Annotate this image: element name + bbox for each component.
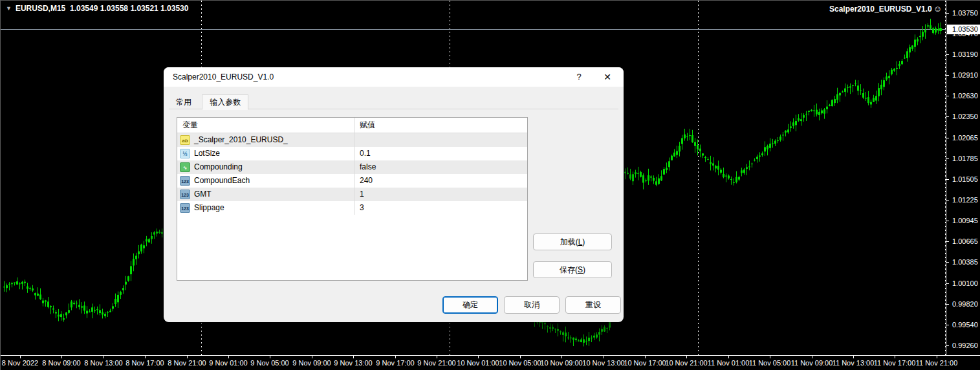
price-tick xyxy=(946,158,949,159)
parameter-row[interactable]: 123Slippage3 xyxy=(177,201,527,215)
time-axis-label: 11 Nov 01:00 xyxy=(708,359,750,367)
parameter-value[interactable]: 1 xyxy=(360,188,364,201)
bool-type-icon: ∿ xyxy=(180,162,190,172)
time-tick xyxy=(812,356,812,358)
time-tick xyxy=(561,356,562,358)
parameter-row[interactable]: ∿Compoundingfalse xyxy=(177,160,527,174)
parameter-name: GMT xyxy=(194,188,212,201)
last-price-marker xyxy=(939,28,942,31)
price-tick xyxy=(946,200,949,201)
time-tick xyxy=(520,356,521,358)
int-type-icon: 123 xyxy=(180,176,190,186)
price-tick xyxy=(946,96,949,96)
price-axis-label: 1.01225 xyxy=(952,196,978,204)
time-axis-label: 9 Nov 01:00 xyxy=(209,359,247,367)
time-axis-label: 10 Nov 01:00 xyxy=(457,359,499,367)
price-tick xyxy=(946,138,949,138)
dialog-tabstrip: 常用 输入参数 xyxy=(169,94,618,109)
cancel-button[interactable]: 取消 xyxy=(504,296,560,314)
help-button[interactable]: ? xyxy=(568,67,590,87)
parameter-row[interactable]: ½LotSize0.1 xyxy=(177,147,527,160)
price-tick xyxy=(946,116,949,117)
close-icon[interactable]: ✕ xyxy=(596,67,618,87)
column-header-value: 赋值 xyxy=(360,118,375,133)
save-button[interactable]: 保存(S) xyxy=(533,261,612,278)
price-tick xyxy=(946,262,949,263)
price-axis-label: 1.03190 xyxy=(952,50,978,59)
parameter-row[interactable]: 123GMT1 xyxy=(177,188,527,201)
time-tick xyxy=(20,356,21,358)
tab-common[interactable]: 常用 xyxy=(169,95,199,111)
price-axis-label: 1.03750 xyxy=(952,9,978,17)
time-tick xyxy=(686,356,687,358)
time-tick xyxy=(770,356,770,358)
time-axis-label: 9 Nov 17:00 xyxy=(376,359,414,367)
int-type-icon: 123 xyxy=(180,203,190,213)
price-axis-label: 1.00945 xyxy=(952,217,978,225)
price-axis-label: 1.02910 xyxy=(952,71,978,80)
load-button[interactable]: 加载(L) xyxy=(533,234,612,250)
time-tick xyxy=(228,356,229,358)
current-price-tag: 1.03530 xyxy=(947,25,980,34)
time-tick xyxy=(604,356,604,358)
table-header-row: 变量 赋值 xyxy=(177,118,527,133)
parameter-row[interactable]: ab_Scalper_2010_EURUSD_ xyxy=(177,133,527,147)
ea-name-overlay: Scalper2010_EURUSD_V1.0☺ xyxy=(829,4,942,14)
mt-terminal-window: ▼EURUSD,M15 1.03549 1.03558 1.03521 1.03… xyxy=(0,0,980,370)
price-axis-label: 1.00665 xyxy=(952,237,978,246)
parameter-value[interactable]: 240 xyxy=(360,174,373,188)
parameter-name: Slippage xyxy=(194,201,224,215)
time-axis-label: 10 Nov 13:00 xyxy=(582,359,624,367)
parameter-value[interactable]: false xyxy=(360,160,376,174)
price-axis-label: 1.02065 xyxy=(952,134,978,142)
price-tick xyxy=(946,75,949,76)
ohlc-values: 1.03549 1.03558 1.03521 1.03530 xyxy=(70,4,189,13)
time-axis-label: 10 Nov 09:00 xyxy=(540,359,582,367)
parameter-value[interactable]: 3 xyxy=(360,201,364,215)
parameter-name: CompoundEach xyxy=(194,174,250,188)
price-tick xyxy=(946,54,949,55)
time-tick xyxy=(103,356,104,358)
time-axis-label: 9 Nov 09:00 xyxy=(292,359,331,367)
time-axis-label: 11 Nov 09:00 xyxy=(791,359,833,367)
time-axis-label: 10 Nov 21:00 xyxy=(665,359,707,367)
time-axis-label: 11 Nov 05:00 xyxy=(749,359,791,367)
price-tick xyxy=(946,221,949,221)
time-tick xyxy=(937,356,937,358)
price-axis-label: 1.01785 xyxy=(952,155,978,163)
ok-button[interactable]: 确定 xyxy=(442,296,498,314)
price-tick xyxy=(946,13,949,14)
symbol-label: EURUSD,M15 xyxy=(16,4,65,13)
ea-smiley-icon[interactable]: ☺ xyxy=(933,4,942,14)
time-tick xyxy=(312,356,312,358)
time-tick xyxy=(270,356,270,358)
price-axis-label: 1.00385 xyxy=(952,258,978,267)
price-axis-label: 0.99540 xyxy=(952,321,978,329)
parameter-row[interactable]: 123CompoundEach240 xyxy=(177,174,527,188)
reset-button[interactable]: 重设 xyxy=(565,296,621,314)
time-axis-label: 9 Nov 21:00 xyxy=(417,359,455,367)
ab-type-icon: ab xyxy=(180,135,190,145)
price-tick xyxy=(946,241,949,242)
tab-input-parameters[interactable]: 输入参数 xyxy=(202,94,248,110)
time-axis[interactable]: 8 Nov 20228 Nov 09:008 Nov 13:008 Nov 17… xyxy=(1,355,980,370)
dialog-title: Scalper2010_EURUSD_V1.0 xyxy=(173,67,274,87)
parameter-name: _Scalper_2010_EURUSD_ xyxy=(194,133,288,147)
time-tick xyxy=(61,356,62,358)
price-tick xyxy=(946,325,949,325)
time-axis-label: 8 Nov 09:00 xyxy=(42,359,80,367)
time-tick xyxy=(895,356,895,358)
price-axis-label: 1.00100 xyxy=(952,279,978,288)
price-axis[interactable]: 1.037501.034701.031901.029101.026301.023… xyxy=(946,1,980,355)
time-axis-label: 9 Nov 05:00 xyxy=(250,359,289,367)
dialog-titlebar[interactable]: Scalper2010_EURUSD_V1.0 ? ✕ xyxy=(164,67,624,87)
time-tick xyxy=(187,356,188,358)
time-axis-label: 8 Nov 21:00 xyxy=(168,359,206,367)
time-tick xyxy=(645,356,646,358)
price-tick xyxy=(946,283,949,284)
symbol-dropdown-icon[interactable]: ▼ xyxy=(6,5,12,12)
parameter-value[interactable]: 0.1 xyxy=(360,147,371,160)
time-axis-label: 11 Nov 21:00 xyxy=(916,359,958,367)
price-tick xyxy=(946,304,949,305)
time-axis-label: 11 Nov 13:00 xyxy=(833,359,875,367)
